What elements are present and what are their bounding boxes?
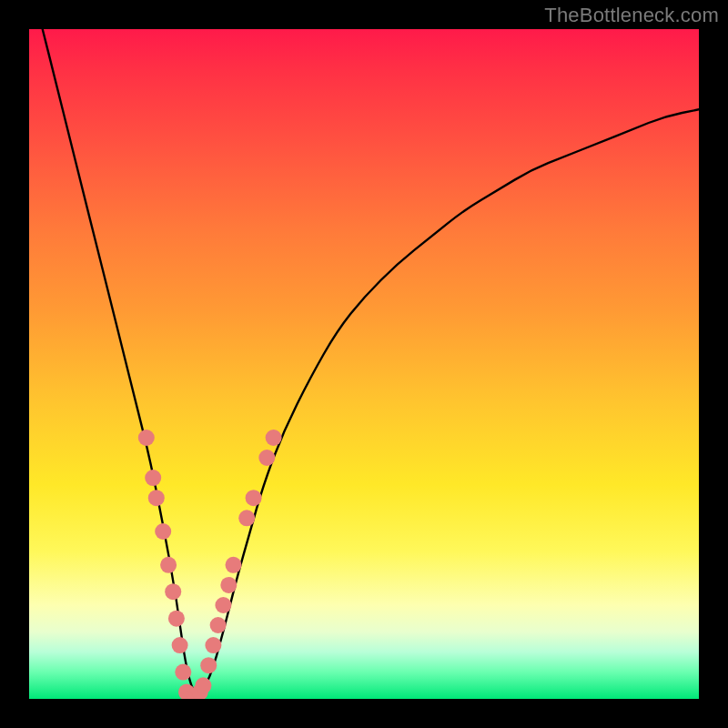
data-point (210, 617, 227, 633)
data-point (155, 523, 171, 540)
data-point (220, 577, 237, 593)
data-point (195, 677, 211, 693)
data-point (258, 450, 275, 466)
watermark-text: TheBottleneck.com (544, 4, 719, 27)
data-point (226, 557, 242, 573)
data-point (138, 430, 155, 446)
plot-area (29, 29, 699, 699)
data-point (165, 583, 181, 600)
data-point (145, 470, 161, 486)
chart-frame: TheBottleneck.com (0, 0, 728, 728)
data-point (175, 664, 191, 681)
data-point (200, 657, 217, 673)
chart-svg (29, 29, 699, 699)
data-point (266, 430, 282, 446)
data-point (168, 611, 185, 627)
data-point (160, 557, 177, 573)
curve-path (43, 29, 699, 693)
curve-layer (43, 29, 699, 693)
data-point (215, 597, 231, 613)
scatter-layer (138, 430, 282, 699)
data-point (246, 490, 262, 506)
data-point (205, 637, 221, 653)
data-point (172, 637, 188, 653)
data-point (238, 510, 255, 526)
data-point (148, 490, 165, 506)
